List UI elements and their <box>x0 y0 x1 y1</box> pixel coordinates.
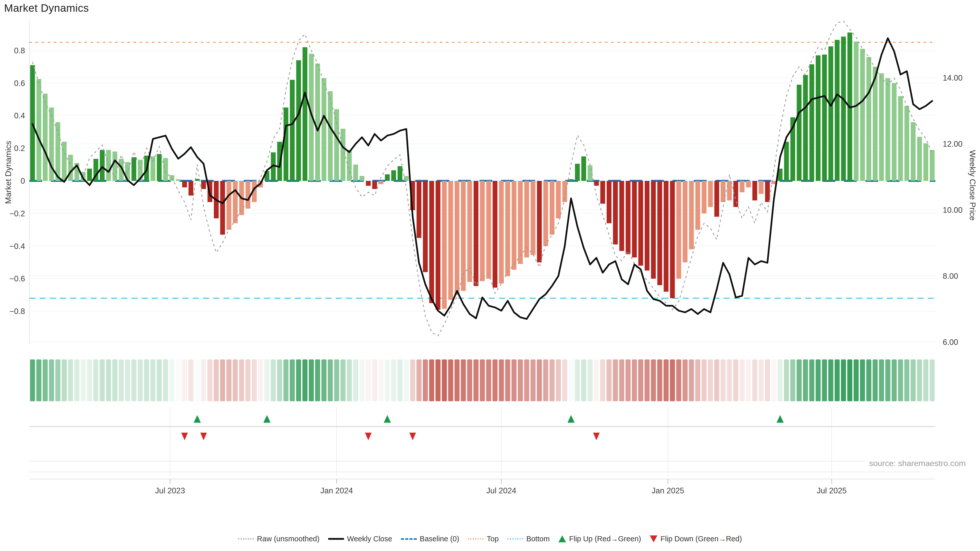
bar[interactable] <box>347 150 352 181</box>
heatmap-cell[interactable] <box>828 359 833 401</box>
bar[interactable] <box>100 150 105 181</box>
heatmap-cell[interactable] <box>213 359 219 401</box>
heatmap-cell[interactable] <box>321 359 326 401</box>
bar[interactable] <box>302 47 307 181</box>
heatmap-cell[interactable] <box>866 359 871 401</box>
heatmap-cell[interactable] <box>562 359 567 401</box>
heatmap-cell[interactable] <box>397 359 402 401</box>
heatmap-cell[interactable] <box>195 359 200 401</box>
bar[interactable] <box>543 181 548 246</box>
heatmap-cell[interactable] <box>112 359 118 401</box>
heatmap-cell[interactable] <box>892 359 897 401</box>
bar[interactable] <box>37 79 41 181</box>
bar[interactable] <box>480 181 485 281</box>
bar[interactable] <box>866 57 871 181</box>
heatmap-cell[interactable] <box>372 359 377 401</box>
bar[interactable] <box>638 181 643 265</box>
heatmap-cell[interactable] <box>157 359 162 401</box>
bar[interactable] <box>892 83 897 181</box>
bar[interactable] <box>157 154 162 181</box>
heatmap-cell[interactable] <box>404 359 409 401</box>
bar[interactable] <box>524 181 529 257</box>
heatmap-cell[interactable] <box>771 359 776 401</box>
bar[interactable] <box>860 49 865 181</box>
bar[interactable] <box>131 157 136 181</box>
bar[interactable] <box>189 181 193 196</box>
heatmap-cell[interactable] <box>150 359 156 401</box>
bar[interactable] <box>512 181 517 270</box>
bar[interactable] <box>87 168 92 181</box>
bar[interactable] <box>201 181 206 189</box>
heatmap-cell[interactable] <box>448 359 453 401</box>
heatmap-cell[interactable] <box>917 359 922 401</box>
bar[interactable] <box>917 137 922 181</box>
bar[interactable] <box>607 181 611 223</box>
bar[interactable] <box>398 166 402 181</box>
heatmap-cell[interactable] <box>784 359 789 401</box>
heatmap-cell[interactable] <box>442 359 447 401</box>
heatmap-cell[interactable] <box>752 359 757 401</box>
bar[interactable] <box>594 181 599 186</box>
heatmap-cell[interactable] <box>100 359 105 401</box>
heatmap-cell[interactable] <box>873 359 878 401</box>
heatmap-cell[interactable] <box>334 359 339 401</box>
heatmap-cell[interactable] <box>632 359 637 401</box>
heatmap-cell[interactable] <box>302 359 307 401</box>
bar[interactable] <box>518 181 523 264</box>
bar[interactable] <box>702 181 706 213</box>
heatmap-cell[interactable] <box>797 359 802 401</box>
heatmap-cell[interactable] <box>575 359 580 401</box>
heatmap-cell[interactable] <box>569 359 574 401</box>
bar[interactable] <box>626 181 631 254</box>
heatmap-cell[interactable] <box>473 359 479 401</box>
heatmap-cell[interactable] <box>467 359 472 401</box>
heatmap-cell[interactable] <box>695 359 700 401</box>
bar[interactable] <box>632 181 637 257</box>
heatmap-cell[interactable] <box>220 359 225 401</box>
bar[interactable] <box>816 56 821 181</box>
flip-down-marker-icon[interactable] <box>365 433 372 440</box>
heatmap-cell[interactable] <box>511 359 517 401</box>
heatmap-cell[interactable] <box>233 359 238 401</box>
heatmap-cell[interactable] <box>803 359 808 401</box>
bar[interactable] <box>442 181 447 309</box>
bar[interactable] <box>340 129 345 181</box>
heatmap-cell[interactable] <box>835 359 840 401</box>
bar[interactable] <box>809 64 814 181</box>
heatmap-cell[interactable] <box>923 359 928 401</box>
bar[interactable] <box>245 181 250 209</box>
heatmap-cell[interactable] <box>885 359 891 401</box>
bar[interactable] <box>822 55 827 181</box>
bar[interactable] <box>366 181 371 186</box>
heatmap-cell[interactable] <box>347 359 352 401</box>
bar[interactable] <box>898 96 903 181</box>
bar[interactable] <box>657 181 662 285</box>
heatmap-cell[interactable] <box>290 359 295 401</box>
bar[interactable] <box>62 142 67 181</box>
bar[interactable] <box>651 181 656 279</box>
heatmap-cell[interactable] <box>854 359 859 401</box>
heatmap-cell[interactable] <box>607 359 612 401</box>
bar[interactable] <box>436 181 441 310</box>
heatmap-cell[interactable] <box>480 359 485 401</box>
bar[interactable] <box>588 165 593 181</box>
bar[interactable] <box>765 181 770 202</box>
heatmap-cell[interactable] <box>816 359 821 401</box>
heatmap-cell[interactable] <box>531 359 536 401</box>
heatmap-cell[interactable] <box>791 359 795 401</box>
bar[interactable] <box>885 78 890 181</box>
bar[interactable] <box>752 181 757 200</box>
flip-down-marker-icon[interactable] <box>409 433 416 440</box>
bar[interactable] <box>689 181 694 249</box>
heatmap-cell[interactable] <box>524 359 529 401</box>
heatmap-cell[interactable] <box>176 359 181 401</box>
bar[interactable] <box>328 91 333 181</box>
heatmap-cell[interactable] <box>847 359 853 401</box>
heatmap-cell[interactable] <box>30 359 35 401</box>
bar[interactable] <box>708 181 713 207</box>
bar[interactable] <box>474 181 479 286</box>
bar[interactable] <box>670 181 675 298</box>
bar[interactable] <box>334 109 339 181</box>
heatmap-cell[interactable] <box>537 359 542 401</box>
bar[interactable] <box>695 181 700 230</box>
